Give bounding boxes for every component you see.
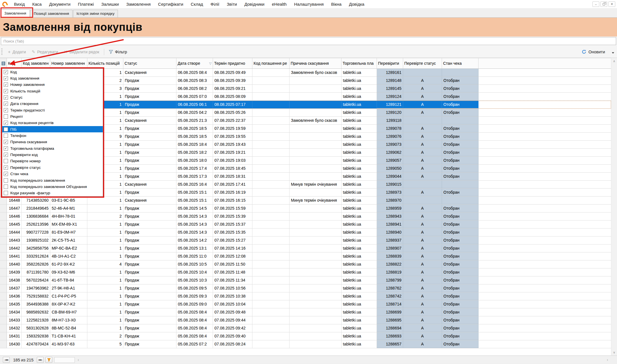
grid-cell[interactable] xyxy=(290,284,341,292)
grid-cell[interactable]: Продаж xyxy=(123,85,176,92)
column-chooser-item[interactable]: ✓Термін придатності xyxy=(2,107,103,113)
grid-cell[interactable]: 4 xyxy=(87,260,123,268)
grid-cell[interactable]: 03-E1-9C-B5 xyxy=(50,197,87,204)
grid-cell[interactable] xyxy=(252,101,290,108)
grid-cell[interactable]: Продаж xyxy=(123,189,176,196)
grid-cell[interactable]: 1 xyxy=(87,221,123,228)
grid-cell[interactable] xyxy=(290,332,341,340)
grid-cell[interactable]: 52-46-A4-M1 xyxy=(50,205,87,212)
grid-cell[interactable]: 1288693 xyxy=(377,332,403,340)
grid-cell[interactable]: tabletki.ua xyxy=(341,340,377,348)
grid-cell[interactable]: 1288694 xyxy=(377,324,403,332)
grid-cell[interactable]: 07.08.2025 19:03 xyxy=(213,157,252,164)
grid-cell[interactable]: tabletki.ua xyxy=(341,332,377,340)
grid-cell[interactable]: 2 xyxy=(87,213,123,220)
grid-cell[interactable]: Продаж xyxy=(123,244,176,252)
grid-cell[interactable] xyxy=(252,109,290,116)
grid-cell[interactable]: 1288695 xyxy=(377,316,403,324)
grid-cell[interactable]: 16445 xyxy=(7,221,22,228)
grid-cell[interactable]: 4B-1H-A1-C2 xyxy=(50,252,87,260)
column-header[interactable]: Перевірте статус xyxy=(403,58,442,68)
grid-cell[interactable]: 1289073 xyxy=(377,141,403,148)
scroll-up-icon[interactable]: ∧ xyxy=(611,58,617,64)
grid-cell[interactable]: Продаж xyxy=(123,221,176,228)
grid-cell[interactable] xyxy=(290,125,341,132)
column-chooser-button[interactable] xyxy=(0,58,7,68)
grid-cell[interactable]: 05.08.2025 14:3 xyxy=(176,213,213,220)
table-row[interactable]: 16444990727722881-E9-0M-H71Продаж05.08.2… xyxy=(0,228,611,236)
grid-cell[interactable] xyxy=(252,189,290,196)
grid-cell[interactable]: tabletki.ua xyxy=(341,316,377,324)
grid-cell[interactable]: 1 xyxy=(87,244,123,252)
grid-cell[interactable]: 05.08.2025 13:1 xyxy=(176,244,213,252)
grid-cell[interactable]: A xyxy=(403,133,442,140)
menu-item[interactable]: Залишки xyxy=(98,2,123,7)
grid-cell[interactable]: 1289120 xyxy=(377,109,403,116)
grid-cell[interactable]: 07.08.2025 18:45 xyxy=(213,165,252,172)
grid-cell[interactable]: 07.08.2025 08:24 xyxy=(213,340,252,348)
column-chooser-item-highlighted[interactable]: ПІБ xyxy=(2,126,103,132)
grid-cell[interactable]: 3582262826 xyxy=(22,260,50,268)
grid-cell[interactable]: 07.08.2025 19:55 xyxy=(213,133,252,140)
table-row[interactable]: 164367529158832C1-P4-PC-P51Продаж05.08.2… xyxy=(0,292,611,300)
grid-cell[interactable]: 05.08.2025 14:5 xyxy=(176,205,213,212)
grid-cell[interactable] xyxy=(290,157,341,164)
vertical-scrollbar[interactable]: ∧ ∨ xyxy=(611,58,617,355)
checkbox-unchecked-icon[interactable] xyxy=(4,191,8,195)
grid-cell[interactable]: Отобран xyxy=(442,228,479,236)
grid-cell[interactable]: 16433 xyxy=(7,316,22,324)
grid-cell[interactable]: 1288699 xyxy=(377,308,403,316)
grid-cell[interactable]: 07.08.2025 09:48 xyxy=(213,308,252,316)
grid-cell[interactable]: 16440 xyxy=(7,260,22,268)
grid-cell[interactable]: Продаж xyxy=(123,133,176,140)
grid-cell[interactable] xyxy=(290,205,341,212)
checkbox-unchecked-icon[interactable] xyxy=(4,127,8,132)
grid-cell[interactable]: 05.08.2025 07:2 xyxy=(176,340,213,348)
grid-cell[interactable]: 07.08.2025 15:37 xyxy=(213,221,252,228)
grid-cell[interactable]: 8B-MC-52-B4 xyxy=(50,324,87,332)
grid-cell[interactable]: A xyxy=(403,165,442,172)
column-chooser-item[interactable]: ✓Стан чека xyxy=(2,171,103,177)
checkbox-checked-icon[interactable]: ✓ xyxy=(4,102,8,106)
grid-cell[interactable]: 07.08.2025 16:15 xyxy=(213,197,252,204)
column-header[interactable]: Код замовлен xyxy=(22,58,50,68)
grid-cell[interactable]: 07.08.2025 19:21 xyxy=(213,149,252,156)
grid-cell[interactable]: 1 xyxy=(87,276,123,284)
grid-cell[interactable]: Отобран xyxy=(442,101,479,108)
grid-cell[interactable]: 07.08.2025 09:44 xyxy=(213,316,252,324)
grid-cell[interactable]: tabletki.ua xyxy=(341,213,377,220)
horizontal-scrollbar[interactable]: ‹ › xyxy=(53,357,610,363)
filter-button[interactable]: Фільтр xyxy=(106,48,130,56)
grid-cell[interactable] xyxy=(252,300,290,308)
grid-cell[interactable]: 7529158832 xyxy=(22,292,50,300)
grid-cell[interactable]: Продаж xyxy=(123,308,176,316)
grid-cell[interactable]: 16436 xyxy=(7,292,22,300)
grid-cell[interactable]: 05.08.2025 17:4 xyxy=(176,165,213,172)
column-header[interactable]: Торговельна пла xyxy=(341,58,377,68)
grid-cell[interactable] xyxy=(252,260,290,268)
grid-cell[interactable]: 07.08.2025 17:41 xyxy=(213,181,252,188)
checkbox-checked-icon[interactable]: ✓ xyxy=(4,95,8,100)
grid-cell[interactable]: tabletki.ua xyxy=(341,157,377,164)
grid-cell[interactable]: 16435 xyxy=(7,300,22,308)
column-header[interactable]: Код погашення ре xyxy=(252,58,290,68)
grid-cell[interactable] xyxy=(252,244,290,252)
grid-cell[interactable]: 07.08.2025 10:56 xyxy=(213,284,252,292)
table-row[interactable]: 1643258313026288B-MC-52-B41Продаж05.08.2… xyxy=(0,324,611,332)
grid-cell[interactable] xyxy=(252,69,290,76)
grid-cell[interactable] xyxy=(252,117,290,124)
grid-cell[interactable]: Отобран xyxy=(442,77,479,84)
grid-cell[interactable] xyxy=(290,133,341,140)
grid-cell[interactable]: tabletki.ua xyxy=(341,165,377,172)
grid-cell[interactable]: Отобран xyxy=(442,260,479,268)
grid-cell[interactable]: 1289078 xyxy=(377,125,403,132)
grid-cell[interactable]: 07.08.2025 15:35 xyxy=(213,228,252,236)
grid-cell[interactable]: 07.08.2025 10:04 xyxy=(213,300,252,308)
grid-cell[interactable] xyxy=(252,236,290,244)
grid-cell[interactable]: A xyxy=(403,324,442,332)
grid-cell[interactable]: 1 xyxy=(87,316,123,324)
grid-cell[interactable]: A xyxy=(403,292,442,300)
grid-cell[interactable]: 3425858756 xyxy=(22,244,50,252)
grid-cell[interactable]: 1288657 xyxy=(377,340,403,348)
scroll-down-icon[interactable]: ∨ xyxy=(611,349,617,355)
